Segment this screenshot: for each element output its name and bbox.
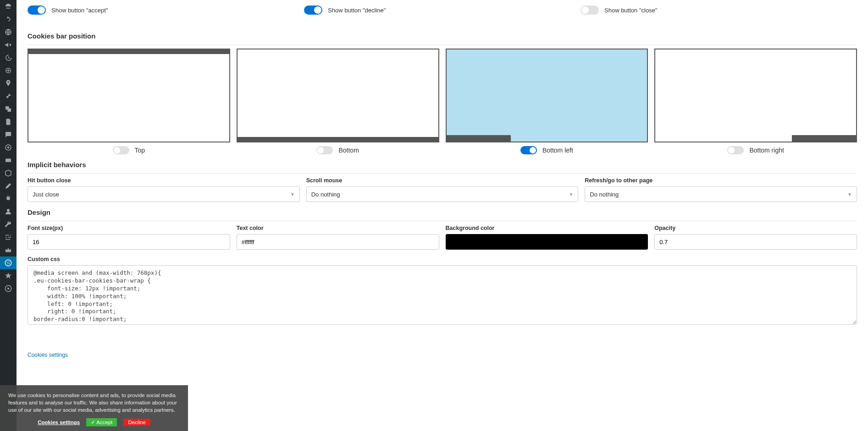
font-size-label: Font size(px) — [28, 225, 230, 231]
scroll-label: Scroll mouse — [306, 177, 579, 184]
sidebar-plugins[interactable] — [0, 192, 17, 205]
custom-css-textarea[interactable] — [28, 265, 857, 325]
hit-close-select[interactable]: Just close ▼ — [28, 186, 300, 202]
text-color-label: Text color — [237, 225, 439, 231]
cookie-icon — [4, 259, 12, 267]
sidebar-globe[interactable] — [0, 26, 17, 38]
media-icon — [4, 105, 12, 113]
sidebar-cookies[interactable] — [0, 256, 17, 269]
behaviors-section-title: Implicit behaviors — [28, 161, 857, 174]
svg-point-7 — [9, 262, 10, 262]
toggle-decline-label: Show button "decline" — [328, 7, 386, 14]
sidebar-media[interactable] — [0, 103, 17, 115]
scroll-select[interactable]: Do nothing ▼ — [306, 186, 579, 202]
position-preview-top[interactable] — [28, 49, 230, 142]
bg-color-input[interactable] — [446, 234, 648, 250]
font-size-input[interactable] — [28, 234, 230, 250]
position-label-bottom-left: Bottom left — [542, 147, 573, 154]
sidebar-pages[interactable] — [0, 115, 17, 128]
megaphone-icon — [4, 41, 12, 49]
chevron-down-icon: ▼ — [290, 192, 295, 197]
sidebar-star[interactable] — [0, 269, 17, 282]
position-preview-bottom[interactable] — [237, 49, 439, 142]
cookie-decline-button[interactable]: Decline — [123, 419, 150, 426]
sidebar-box[interactable] — [0, 167, 17, 180]
design-row: Font size(px) Text color Background colo… — [28, 225, 857, 250]
pushpin-icon — [4, 92, 12, 100]
refresh-select[interactable]: Do nothing ▼ — [585, 186, 857, 202]
custom-css-label: Custom css — [28, 256, 857, 262]
plus-circle-icon — [4, 143, 12, 152]
position-toggle-bottom-right[interactable] — [727, 146, 744, 154]
svg-point-4 — [7, 209, 10, 212]
hit-close-value: Just close — [33, 191, 59, 198]
refresh-icon — [4, 15, 12, 23]
brush-icon — [4, 182, 12, 190]
sidebar-crown[interactable] — [0, 244, 17, 256]
history-icon — [4, 54, 12, 62]
toggle-decline[interactable] — [304, 5, 322, 15]
position-card-bottom-right: Bottom right — [654, 49, 857, 154]
user-icon — [4, 207, 12, 216]
sidebar-updates[interactable] — [0, 13, 17, 26]
position-label-top: Top — [135, 147, 145, 154]
behaviors-row: Hit button close Just close ▼ Scroll mou… — [28, 177, 857, 202]
hit-close-label: Hit button close — [28, 177, 300, 184]
position-card-bottom: Bottom — [237, 49, 439, 154]
position-preview-bottom-right[interactable] — [654, 49, 857, 142]
sidebar-dashboard[interactable] — [0, 0, 17, 13]
sidebar-location[interactable] — [0, 77, 17, 90]
toggle-close[interactable] — [581, 5, 599, 15]
design-section-title: Design — [28, 208, 857, 221]
sliders-icon — [4, 233, 12, 241]
position-card-bottom-left: Bottom left — [446, 49, 648, 154]
cookie-accept-button[interactable]: ✓Accept — [86, 418, 117, 426]
sidebar-announce[interactable] — [0, 38, 17, 51]
save-bar: Save — [28, 329, 857, 347]
svg-point-9 — [9, 263, 10, 264]
position-preview-bottom-left[interactable] — [446, 49, 648, 142]
opacity-input[interactable] — [654, 234, 857, 250]
check-icon: ✓ — [91, 419, 95, 426]
toggle-accept[interactable] — [28, 5, 46, 15]
sidebar-history[interactable] — [0, 51, 17, 64]
plug-icon — [4, 195, 12, 203]
sidebar-comments[interactable] — [0, 128, 17, 141]
sidebar-tools[interactable] — [0, 218, 17, 231]
position-toggle-bottom-left[interactable] — [520, 146, 537, 154]
cookie-banner-text: We use cookies to personalise content an… — [8, 392, 180, 414]
cookie-settings-link[interactable]: Cookies settings — [38, 419, 80, 426]
main-panel: Show button "accept" Show button "declin… — [17, 0, 868, 431]
svg-rect-3 — [6, 158, 11, 162]
cube-icon — [4, 169, 12, 177]
position-label-bottom: Bottom — [338, 147, 359, 154]
sidebar-play[interactable] — [0, 282, 17, 295]
sidebar-add[interactable] — [0, 141, 17, 154]
sidebar-seo[interactable] — [0, 64, 17, 77]
footer-cookies-settings-link[interactable]: Cookies settings — [28, 349, 857, 358]
position-toggle-bottom[interactable] — [316, 146, 333, 154]
sidebar-woo[interactable] — [0, 154, 17, 167]
sidebar-settings[interactable] — [0, 231, 17, 244]
sidebar-appearance[interactable] — [0, 180, 17, 192]
text-color-input[interactable] — [237, 234, 439, 250]
position-label-bottom-right: Bottom right — [749, 147, 784, 154]
admin-sidebar — [0, 0, 17, 431]
star-icon — [4, 272, 12, 280]
crown-icon — [4, 246, 12, 254]
position-toggle-top[interactable] — [113, 146, 129, 154]
analytics-icon — [4, 66, 12, 75]
toggle-accept-label: Show button "accept" — [51, 7, 108, 14]
svg-point-8 — [7, 263, 8, 264]
sidebar-users[interactable] — [0, 205, 17, 218]
cookie-accept-label: Accept — [96, 420, 112, 425]
page-icon — [4, 118, 12, 126]
comment-icon — [4, 131, 12, 139]
globe-icon — [4, 28, 12, 36]
woo-icon — [4, 156, 12, 164]
sidebar-posts[interactable] — [0, 90, 17, 103]
position-card-top: Top — [28, 49, 230, 154]
svg-point-6 — [7, 262, 8, 263]
pin-icon — [4, 79, 12, 87]
play-circle-icon — [4, 284, 12, 293]
